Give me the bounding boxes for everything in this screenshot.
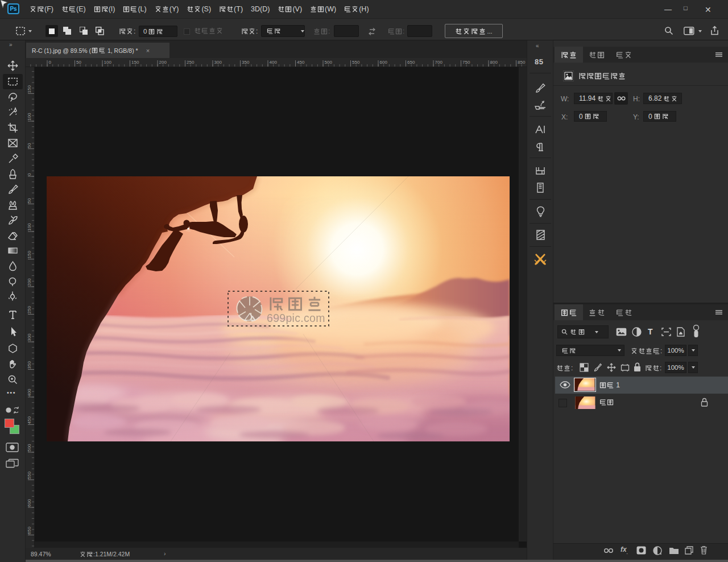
svg-text:450: 450 <box>27 416 32 424</box>
svg-text:600: 600 <box>380 60 388 65</box>
svg-text:650: 650 <box>27 527 32 535</box>
svg-text:0: 0 <box>27 173 32 176</box>
svg-text:700: 700 <box>435 60 443 65</box>
svg-text:50: 50 <box>27 143 32 148</box>
svg-text:400: 400 <box>27 389 32 396</box>
svg-text:350: 350 <box>27 361 32 369</box>
svg-text:100: 100 <box>104 60 112 65</box>
svg-text:50: 50 <box>76 60 81 65</box>
svg-text:699pic.com: 699pic.com <box>267 312 325 324</box>
svg-text:150: 150 <box>27 85 32 93</box>
svg-text:0: 0 <box>49 60 52 65</box>
svg-text:350: 350 <box>242 60 250 65</box>
svg-text:200: 200 <box>159 60 167 65</box>
svg-text:550: 550 <box>352 60 360 65</box>
svg-text:150: 150 <box>27 251 32 259</box>
svg-text:600: 600 <box>27 499 32 507</box>
svg-text:850: 850 <box>518 60 526 65</box>
svg-text:750: 750 <box>462 60 470 65</box>
svg-text:200: 200 <box>27 278 32 286</box>
svg-text:150: 150 <box>131 60 139 65</box>
svg-text:400: 400 <box>270 60 278 65</box>
svg-text:800: 800 <box>490 60 498 65</box>
svg-text:300: 300 <box>27 333 32 341</box>
svg-text:650: 650 <box>407 60 415 65</box>
svg-text:500: 500 <box>27 444 32 452</box>
svg-text:100: 100 <box>27 223 32 231</box>
svg-text:250: 250 <box>187 60 195 65</box>
svg-text:250: 250 <box>27 306 32 314</box>
svg-text:450: 450 <box>297 60 305 65</box>
svg-text:550: 550 <box>27 472 32 480</box>
svg-text:100: 100 <box>27 113 32 121</box>
svg-text:50: 50 <box>27 198 32 203</box>
svg-text:500: 500 <box>325 60 333 65</box>
svg-text:300: 300 <box>214 60 222 65</box>
